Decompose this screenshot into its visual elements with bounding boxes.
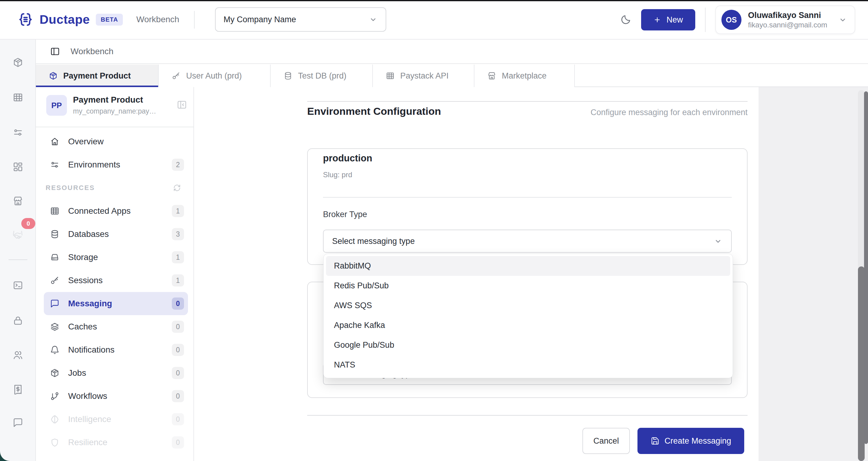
sidebar-item-caches[interactable]: Caches 0 [44, 315, 188, 338]
count-badge: 2 [172, 159, 184, 171]
package-icon [49, 71, 58, 80]
dark-mode-toggle-icon[interactable] [620, 14, 631, 26]
header-divider-2 [705, 8, 706, 32]
dropdown-option-google-pubsub[interactable]: Google Pub/Sub [326, 335, 730, 355]
dropdown-option-redis-pubsub[interactable]: Redis Pub/Sub [326, 276, 730, 296]
product-slug: my_company_name:pay… [73, 107, 156, 115]
sidebar-collapse-icon[interactable] [177, 99, 187, 110]
key-icon [172, 71, 181, 80]
shield-icon [50, 437, 60, 447]
section-subtitle: Configure messaging for each environment [307, 108, 748, 117]
plus-icon [653, 16, 661, 24]
rail-notification-badge: 0 [21, 218, 35, 229]
chevron-down-icon [369, 15, 378, 24]
product-sidebar: PP Payment Product my_company_name:pay… … [36, 87, 194, 461]
sidebar-item-notifications[interactable]: Notifications 0 [44, 338, 188, 362]
chevron-down-icon [838, 15, 847, 24]
dropdown-option-rabbitmq[interactable]: RabbitMQ [326, 256, 730, 276]
user-email: fikayo.sanni@gmail.com [748, 20, 827, 30]
home-icon [50, 137, 60, 146]
rail-marketplace-icon[interactable] [12, 196, 23, 206]
brand: Ductape BETA Workbench [18, 11, 179, 27]
database-icon [283, 71, 292, 80]
broker-type-select-value: Select messaging type [332, 237, 415, 246]
rail-products-icon[interactable] [12, 57, 23, 68]
dropdown-option-nats[interactable]: NATS [326, 355, 730, 375]
workbench-bar: Workbench [36, 39, 868, 64]
ductape-logo-icon [18, 11, 33, 27]
panel-toggle-icon[interactable] [50, 46, 60, 57]
sidebar-item-sessions[interactable]: Sessions 1 [44, 269, 188, 292]
environment-name: production [323, 153, 372, 164]
scroll-gutter [758, 87, 868, 461]
product-avatar: PP [46, 95, 67, 116]
app-header: Ductape BETA Workbench My Company Name N… [0, 0, 868, 39]
count-badge: 0 [172, 390, 184, 402]
company-select-value: My Company Name [223, 15, 296, 24]
user-identity: Oluwafikayo Sanni fikayo.sanni@gmail.com [748, 10, 827, 30]
bell-icon [50, 345, 60, 355]
sidebar-item-intelligence: Intelligence 0 [44, 408, 188, 431]
rail-security-icon[interactable] [12, 315, 23, 326]
product-name: Payment Product [73, 95, 143, 105]
message-icon [50, 299, 60, 309]
hard-drive-icon [50, 253, 60, 262]
new-button[interactable]: New [641, 9, 695, 30]
database-icon [50, 229, 60, 239]
key-icon [50, 276, 60, 285]
sidebar-item-environments[interactable]: Environments 2 [44, 153, 188, 176]
company-select[interactable]: My Company Name [215, 7, 386, 32]
grid-icon [50, 206, 60, 216]
dropdown-option-apache-kafka[interactable]: Apache Kafka [326, 315, 730, 335]
rail-billing-icon[interactable] [12, 384, 23, 395]
window-scrollbar-thumb[interactable] [864, 91, 868, 444]
sidebar-item-messaging[interactable]: Messaging 0 [44, 292, 188, 315]
grid-icon [385, 71, 395, 80]
footer-divider [307, 415, 748, 415]
cancel-button[interactable]: Cancel [582, 428, 630, 454]
environment-card-production: production Slug: prd Broker Type Select … [307, 148, 748, 265]
sidebar-item-overview[interactable]: Overview [44, 130, 188, 153]
rail-dashboard-icon[interactable] [12, 162, 23, 172]
tab-test-db[interactable]: Test DB (prd) [271, 64, 373, 87]
sidebar-item-connected-apps[interactable]: Connected Apps 1 [44, 199, 188, 223]
refresh-icon[interactable] [173, 183, 181, 192]
tab-paystack-api[interactable]: Paystack API [373, 64, 474, 87]
package-icon [50, 368, 60, 378]
user-menu[interactable]: OS Oluwafikayo Sanni fikayo.sanni@gmail.… [715, 5, 855, 34]
rail-environments-icon[interactable] [12, 127, 23, 138]
rail-partners-icon[interactable] [12, 230, 23, 240]
count-badge: 1 [172, 275, 184, 287]
git-branch-icon [50, 391, 60, 401]
card-divider [323, 197, 732, 198]
rail-support-icon[interactable] [12, 417, 23, 428]
store-icon [487, 71, 496, 80]
count-badge: 0 [172, 413, 184, 425]
tab-payment-product[interactable]: Payment Product [36, 64, 159, 87]
rail-team-icon[interactable] [12, 350, 23, 361]
broker-type-select[interactable]: Select messaging type [323, 230, 732, 253]
sidebar-item-storage[interactable]: Storage 1 [44, 246, 188, 269]
tab-strip: Payment Product User Auth (prd) Test DB … [36, 64, 868, 87]
dropdown-option-aws-sqs[interactable]: AWS SQS [326, 296, 730, 315]
header-workbench-label: Workbench [136, 15, 179, 24]
content-scrollbar-thumb[interactable] [858, 266, 865, 461]
count-badge: 1 [172, 205, 184, 217]
create-messaging-button[interactable]: Create Messaging [638, 428, 744, 454]
main-panel: Environment Configuration Configure mess… [194, 87, 758, 461]
environment-slug: Slug: prd [323, 171, 352, 179]
count-badge: 0 [172, 436, 184, 449]
sidebar-item-workflows[interactable]: Workflows 0 [44, 384, 188, 408]
avatar: OS [721, 10, 742, 30]
chevron-down-icon [713, 237, 723, 246]
rail-terminal-icon[interactable] [12, 280, 23, 291]
tab-user-auth[interactable]: User Auth (prd) [159, 64, 271, 87]
sidebar-item-databases[interactable]: Databases 3 [44, 223, 188, 246]
rail-apps-icon[interactable] [12, 92, 23, 103]
logo-text: Ductape [39, 12, 90, 27]
count-badge: 0 [172, 321, 184, 333]
count-badge: 0 [172, 344, 184, 356]
resources-section-header: RESOURCES [44, 176, 188, 199]
tab-marketplace[interactable]: Marketplace [474, 64, 575, 87]
sidebar-item-jobs[interactable]: Jobs 0 [44, 362, 188, 384]
